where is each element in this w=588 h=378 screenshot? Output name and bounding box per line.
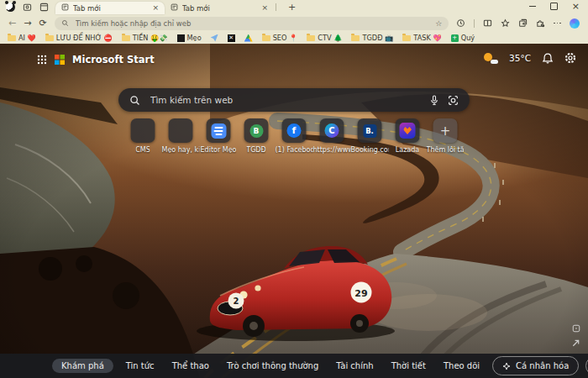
tab-close-icon[interactable]: × [261,4,268,12]
split-screen-icon[interactable] [483,18,492,28]
tab-active[interactable]: Tab mới × [55,2,165,14]
forward-icon[interactable]: → [24,18,31,28]
microsoft-logo [55,55,65,65]
bookmark-item[interactable]: +Quý [451,34,475,42]
nav-tab-kham-pha[interactable]: Khám phá [52,359,113,373]
nav-tab-the-thao[interactable]: Thể thao [167,359,214,373]
bookmark-folder[interactable]: LƯU ĐỂ NHỚ ⛔ [45,34,113,42]
toolbar-icons [456,18,580,29]
folder-icon [351,35,360,41]
nav-tab-theo-doi[interactable]: Theo dõi [438,359,485,373]
address-bar[interactable]: ☆ [55,17,449,30]
nav-tab-tro-choi[interactable]: Trò chơi thông thường [222,359,323,373]
copilot-icon[interactable] [570,18,580,29]
address-input[interactable] [74,18,430,29]
folder-icon [8,35,16,41]
quick-link[interactable]: B. Booking.com [351,118,389,154]
new-tab-page-icon [171,3,178,13]
new-tab-page-icon [61,3,69,13]
bookmark-item[interactable] [211,34,218,42]
voice-search-mic-icon[interactable] [429,95,439,106]
black-square-favicon [177,34,185,42]
quick-link[interactable]: CMS [124,118,162,154]
temperature[interactable]: 35°C [509,53,531,63]
favorite-star-icon[interactable]: ☆ [435,19,442,28]
extensions-icon[interactable] [536,18,545,28]
bookmark-folder[interactable]: TASK 💖 [402,34,441,42]
tab-title: Tab mới [182,4,257,13]
folder-icon [307,35,315,41]
apps-grid-icon[interactable] [37,55,47,65]
quick-links: CMS Mẹo hay, kin... Editor Mẹo B TGDĐ f … [124,118,465,154]
weather-icon[interactable] [484,53,498,64]
bookmark-folder[interactable]: SEO 📍 [262,34,298,42]
more-menu-icon[interactable] [554,23,561,24]
settings-gear-icon[interactable] [564,52,576,64]
minimize-icon[interactable] [529,6,536,7]
nav-tab-tin-tuc[interactable]: Tin tức [121,359,160,373]
expand-arrow-icon[interactable] [571,339,580,348]
personalize-button[interactable]: Cá nhân hóa [492,356,579,375]
bookmark-item[interactable]: ✕ [228,34,235,42]
site-tile-blank [169,118,193,143]
visual-search-icon[interactable] [448,95,459,106]
bookmarks-bar: AI ❤️ LƯU ĐỂ NHỚ ⛔ TIỀN 🤑💸 Mẹo ✕ SEO 📍 C… [0,32,588,45]
quick-link[interactable]: Lazada [389,118,427,154]
tab-actions-icon[interactable] [39,2,50,13]
quick-link[interactable]: f (1) Facebook [276,118,313,154]
green-sheet-favicon: + [451,34,459,42]
bookmark-item[interactable]: Mẹo [177,34,202,42]
brand-header: Microsoft Start [37,54,155,66]
quick-link[interactable]: Editor Mẹo [200,118,238,154]
quick-link[interactable]: C https://www... [313,118,351,154]
facebook-icon: f [282,118,307,143]
page-title[interactable]: Microsoft Start [72,54,155,66]
tgdd-icon: B [244,118,269,143]
header-right: 35°C [484,52,576,64]
notifications-bell-icon[interactable] [542,52,554,64]
feed-buttons: Cá nhân hóa Cài đặt nguồn cấp dữ liệu [492,356,588,375]
back-icon[interactable]: ← [8,18,16,28]
bookmark-folder[interactable]: TIỀN 🤑💸 [122,34,168,42]
bookmark-folder[interactable]: AI ❤️ [8,34,36,42]
quick-link[interactable]: Mẹo hay, kin... [162,118,200,154]
google-drive-favicon [244,34,253,42]
nav-tab-tai-chinh[interactable]: Tài chính [331,359,378,373]
bookmark-folder[interactable]: TGDĐ 📺 [351,34,393,42]
maximize-icon[interactable] [550,3,558,10]
window-controls: × [529,2,580,11]
bookmark-folder[interactable]: CTV 🌲 [307,34,342,42]
quick-link-add[interactable]: + Thêm lối tắt [427,118,465,154]
hero-corner-controls [571,324,580,348]
tab-separator [276,3,276,11]
sparkle-icon [502,362,511,370]
favorites-icon[interactable] [501,18,510,28]
web-search-input[interactable] [149,94,421,106]
search-icon [129,95,140,106]
bookmark-item[interactable] [244,34,253,42]
booking-icon: B. [358,118,382,143]
feed-nav-bar: Khám phá Tin tức Thể thao Trò chơi thông… [0,354,588,378]
new-tab-button[interactable]: + [285,2,299,13]
folder-icon [45,35,54,41]
folder-icon [402,35,411,41]
browser-chrome: Tab mới × Tab mới × + × ← → ⟳ ☆ [0,0,588,44]
nav-tab-thoi-tiet[interactable]: Thời tiết [386,359,431,373]
browser-toolbar: ← → ⟳ ☆ [0,14,588,32]
background-info-icon[interactable] [572,324,580,333]
web-search-bar[interactable] [118,88,470,112]
tab-inactive[interactable]: Tab mới × [165,2,274,14]
window-close-icon[interactable]: × [572,2,580,11]
history-icon[interactable] [456,18,465,28]
tab-strip: Tab mới × Tab mới × + × [0,0,588,14]
workspaces-icon[interactable] [22,2,33,13]
reload-icon[interactable]: ⟳ [39,18,46,28]
profile-avatar[interactable] [5,2,16,13]
lazada-icon [396,118,420,143]
blue-plane-favicon [211,34,218,42]
tab-close-icon[interactable]: × [152,4,159,12]
collections-icon[interactable] [518,18,528,28]
canva-icon: C [320,118,344,143]
add-shortcut-icon[interactable]: + [433,118,458,143]
quick-link[interactable]: B TGDĐ [238,118,276,154]
